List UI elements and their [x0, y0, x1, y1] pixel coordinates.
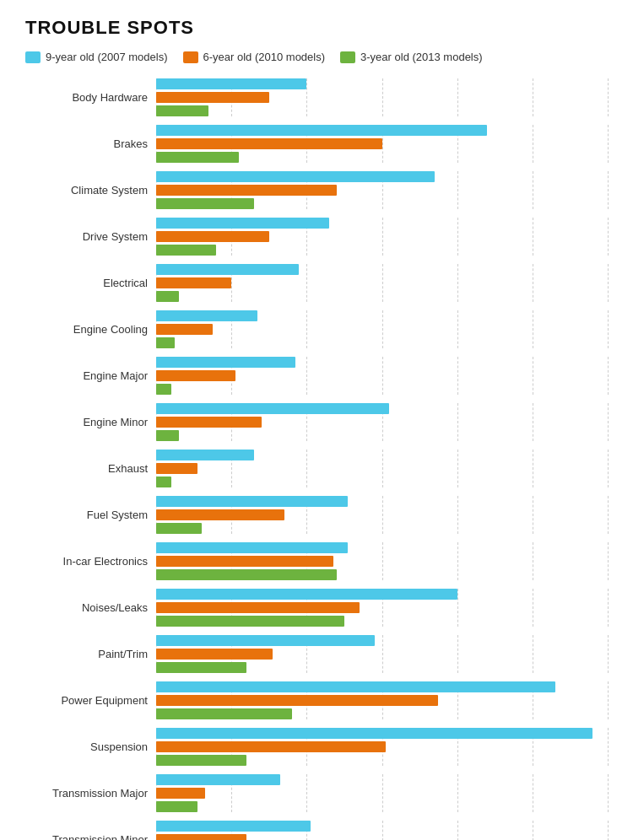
bar-orange	[156, 509, 284, 520]
bar-row	[156, 92, 608, 103]
bars-wrapper	[156, 403, 608, 441]
bar-blue	[156, 357, 295, 368]
grid-line	[608, 728, 609, 766]
bar-green	[156, 198, 254, 209]
bars-wrapper	[156, 635, 608, 673]
bar-green	[156, 105, 208, 116]
bar-orange	[156, 185, 337, 196]
bars-area	[156, 821, 608, 840]
category-label: Transmission Minor	[25, 833, 156, 840]
bars-wrapper	[156, 821, 608, 840]
category-label: Noises/Leaks	[25, 601, 156, 614]
grid-line	[608, 171, 609, 209]
category-label: Suspension	[25, 740, 156, 753]
bar-row	[156, 152, 608, 163]
bar-row	[156, 337, 608, 348]
chart-container: Body HardwareBrakesClimate SystemDrive S…	[25, 78, 608, 840]
bars-wrapper	[156, 171, 608, 209]
grid-line	[608, 357, 609, 395]
bars-area	[156, 357, 608, 395]
bar-green	[156, 708, 292, 719]
bar-green	[156, 755, 246, 766]
category-row: Fuel System	[25, 496, 608, 534]
bar-blue	[156, 125, 487, 136]
category-row: Climate System	[25, 171, 608, 209]
category-row: Engine Cooling	[25, 310, 608, 348]
bar-orange	[156, 277, 231, 288]
bar-row	[156, 78, 608, 89]
legend: 9-year old (2007 models)6-year old (2010…	[25, 51, 608, 63]
category-row: Power Equipment	[25, 681, 608, 719]
bar-blue	[156, 821, 311, 832]
bar-row	[156, 245, 608, 256]
category-row: Drive System	[25, 218, 608, 256]
bar-orange	[156, 834, 246, 840]
bar-row	[156, 417, 608, 428]
bar-blue	[156, 78, 306, 89]
grid-line	[608, 542, 609, 580]
bar-row	[156, 616, 608, 627]
bar-green	[156, 569, 337, 580]
bar-orange	[156, 92, 269, 103]
bars-wrapper	[156, 310, 608, 348]
bar-row	[156, 357, 608, 368]
legend-color	[183, 51, 198, 63]
bars-area	[156, 774, 608, 812]
bar-row	[156, 801, 608, 812]
bars-wrapper	[156, 78, 608, 116]
category-row: Transmission Minor	[25, 821, 608, 840]
bars-wrapper	[156, 496, 608, 534]
category-label: Engine Cooling	[25, 323, 156, 336]
bar-row	[156, 463, 608, 474]
category-label: Transmission Major	[25, 787, 156, 800]
bar-green	[156, 616, 344, 627]
bars-area	[156, 125, 608, 163]
bars-wrapper	[156, 450, 608, 487]
bar-green	[156, 384, 171, 395]
bar-row	[156, 708, 608, 719]
bar-blue	[156, 728, 592, 739]
category-row: In-car Electronics	[25, 542, 608, 580]
bar-row	[156, 589, 608, 600]
bars-area	[156, 450, 608, 487]
bar-row	[156, 105, 608, 116]
bar-row	[156, 602, 608, 613]
grid-line	[608, 821, 609, 840]
bars-wrapper	[156, 681, 608, 719]
bar-row	[156, 649, 608, 660]
bars-area	[156, 403, 608, 441]
bar-blue	[156, 589, 457, 600]
bar-green	[156, 337, 175, 348]
bars-wrapper	[156, 264, 608, 302]
grid-line	[608, 589, 609, 627]
bar-row	[156, 430, 608, 441]
bars-area	[156, 496, 608, 534]
bars-area	[156, 681, 608, 719]
bar-row	[156, 450, 608, 460]
bar-row	[156, 496, 608, 507]
bar-row	[156, 264, 608, 275]
bar-green	[156, 430, 179, 441]
grid-line	[608, 774, 609, 812]
grid-line	[608, 218, 609, 256]
bars-wrapper	[156, 357, 608, 395]
category-row: Body Hardware	[25, 78, 608, 116]
bar-blue	[156, 264, 299, 275]
legend-color	[25, 51, 41, 63]
bars-area	[156, 728, 608, 766]
bar-row	[156, 509, 608, 520]
bar-green	[156, 523, 202, 534]
legend-label: 3-year old (2013 models)	[360, 51, 483, 63]
bar-row	[156, 310, 608, 321]
bar-blue	[156, 774, 280, 785]
grid-line	[608, 125, 609, 163]
category-label: Fuel System	[25, 509, 156, 521]
legend-item: 6-year old (2010 models)	[183, 51, 326, 63]
bar-blue	[156, 635, 375, 646]
category-label: In-car Electronics	[25, 555, 156, 568]
bars-area	[156, 171, 608, 209]
bar-row	[156, 370, 608, 381]
legend-item: 9-year old (2007 models)	[25, 51, 168, 63]
category-label: Body Hardware	[25, 91, 156, 104]
bar-blue	[156, 310, 257, 321]
